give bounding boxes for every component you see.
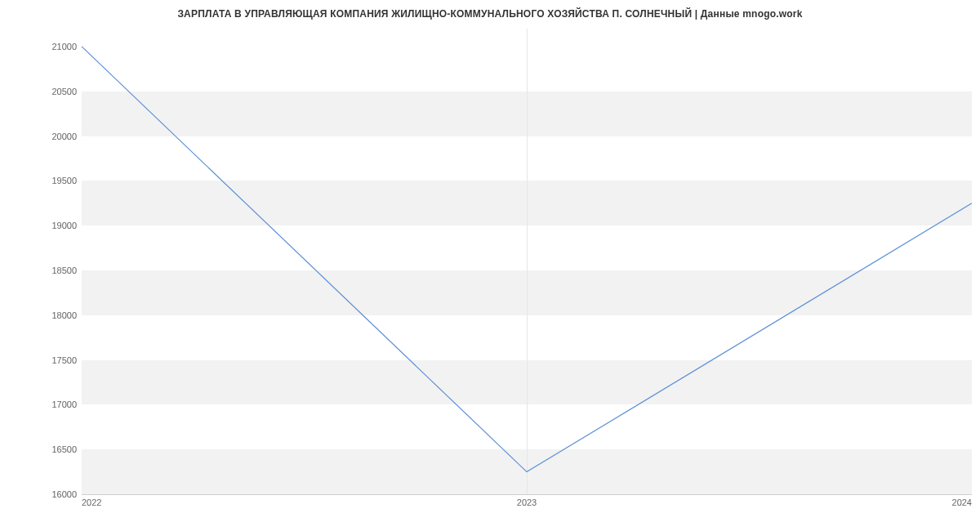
chart-area: 1600016500170001750018000185001900019500… [0, 25, 980, 515]
y-tick-label: 18500 [3, 266, 77, 275]
x-tick-label: 2022 [82, 498, 101, 507]
y-tick-label: 20000 [3, 132, 77, 141]
line-series [82, 29, 972, 494]
y-tick-label: 18000 [3, 310, 77, 320]
y-tick-label: 16500 [3, 444, 77, 454]
y-tick-label: 19000 [3, 221, 77, 230]
y-tick-label: 19500 [3, 176, 77, 185]
plot-area [82, 29, 972, 495]
y-tick-label: 16000 [3, 489, 77, 499]
y-tick-label: 20500 [3, 87, 77, 96]
y-tick-label: 21000 [3, 42, 77, 51]
x-tick-label: 2023 [517, 498, 537, 507]
y-tick-label: 17500 [3, 355, 77, 365]
x-tick-label: 2024 [952, 498, 972, 507]
y-tick-label: 17000 [3, 399, 77, 409]
chart-title: ЗАРПЛАТА В УПРАВЛЯЮЩАЯ КОМПАНИЯ ЖИЛИЩНО-… [0, 0, 980, 20]
